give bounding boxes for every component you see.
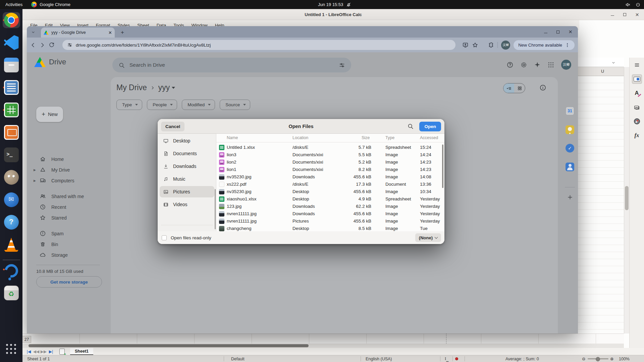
column-name[interactable]: Name [227,135,238,140]
file-filter-dropdown[interactable]: (None) [415,233,441,242]
file-row[interactable]: nvren11111.jpg Pictures 455.6 kB Image Y… [216,218,444,225]
gemini-sparkle-icon[interactable] [534,61,541,68]
install-app-icon[interactable] [462,42,469,48]
functions-deck-button[interactable]: fx [632,131,642,140]
account-avatar[interactable]: 汉卿 [561,60,571,70]
read-only-checkbox[interactable] [162,235,167,240]
filter-chip[interactable]: Modified [182,100,215,110]
add-panel-app-icon[interactable] [565,192,575,202]
new-tab-button[interactable]: + [119,29,126,36]
dock-item-calc[interactable] [3,102,20,118]
dock-item-software-updater[interactable] [3,260,20,279]
file-row[interactable]: lion3 Documents/xixi 5.5 kB Image 14:24 [216,151,444,159]
browser-tab[interactable]: yyy - Google Drive ✕ [41,27,115,38]
filter-chip[interactable]: People [147,100,177,110]
page-style-status[interactable]: Default [231,355,245,362]
calendar-icon[interactable]: 31 [565,106,575,116]
address-bar[interactable]: drive.google.com/drive/folders/1Yi9hAftx… [62,40,455,50]
dock-item-gimp[interactable] [3,169,20,185]
file-row[interactable]: Untitled 1.xlsx /disks/E 5.7 kB Spreadsh… [216,144,444,151]
file-row[interactable]: changcheng Desktop 8.5 kB Image Tue [216,225,444,231]
tab-search-button[interactable] [30,28,37,36]
expand-icon[interactable]: ▶ [34,168,36,172]
sidebar-item-spam[interactable]: Spam [32,228,105,239]
minimize-button[interactable] [542,28,549,36]
file-row[interactable]: xs222.pdf /disks/E 17.3 kB Document 13:3… [216,181,444,188]
add-sheet-button[interactable] [59,349,65,355]
reload-button[interactable] [47,40,56,50]
sidebar-item-bin[interactable]: Bin [32,239,105,249]
close-button[interactable]: ✕ [634,11,641,18]
extensions-icon[interactable] [488,42,494,48]
dock-item-vlc[interactable] [3,237,20,253]
search-options-icon[interactable] [339,62,345,68]
sidebar-item-computers[interactable]: ▶Computers [32,175,105,186]
expand-icon[interactable]: ▶ [34,179,36,182]
spreadsheet-grid-bottom[interactable] [22,334,624,344]
show-applications-button[interactable] [5,343,17,355]
breadcrumb-current-folder[interactable]: yyy [158,83,175,92]
volume-muted-icon[interactable] [625,2,631,7]
place-desktop[interactable]: Desktop [160,135,214,146]
previous-sheet-button[interactable]: ◀◀ [33,349,40,354]
sidebar-item-home[interactable]: Home [32,154,105,164]
column-accessed[interactable]: Accessed [420,135,438,140]
support-icon[interactable] [506,61,514,68]
sidebar-item-recent[interactable]: Recent [32,202,105,212]
sidebar-item-shared-with-me[interactable]: Shared with me [32,191,105,201]
dock-item-chrome[interactable] [3,12,20,28]
file-row[interactable]: nv35230.jpg Downloads 455.6 kB Image 14:… [216,173,444,181]
file-row[interactable]: nvren11111.jpg Downloads 455.6 kB Image … [216,210,444,218]
dock-item-thunderbird[interactable] [3,192,20,208]
clock-menu[interactable]: Jun 19 15:53 [318,0,351,9]
sheet-tab[interactable]: Sheet1 [70,348,93,355]
next-sheet-button[interactable]: ▶▶ [40,349,47,354]
place-pictures[interactable]: Pictures [160,186,214,197]
activities-button[interactable]: Activities [5,2,22,7]
keep-icon[interactable] [565,125,575,135]
dock-item-files[interactable] [3,57,20,73]
insert-mode-icon[interactable]: I▁ [445,355,448,362]
site-settings-icon[interactable] [67,42,72,48]
zoom-out-button[interactable]: ⊖ [582,355,585,362]
vertical-scrollbar[interactable] [624,67,629,334]
contacts-icon[interactable] [565,162,575,172]
place-documents[interactable]: Documents [160,148,214,159]
properties-deck-button[interactable] [632,74,642,84]
grid-view-button[interactable] [514,83,525,93]
styles-deck-button[interactable]: A [632,88,642,98]
last-sheet-button[interactable]: ▶| [47,349,55,354]
column-size[interactable]: Size [362,135,370,140]
file-row[interactable]: lion2 Documents/xixi 5.2 kB Image 14:23 [216,159,444,166]
dock-item-writer[interactable] [3,79,20,96]
list-view-button[interactable] [503,83,514,93]
column-location[interactable]: Location [292,135,308,140]
file-row[interactable]: 123.jpg Downloads 62.2 kB Image Yesterda… [216,203,444,210]
dialog-search-icon[interactable] [407,123,414,129]
place-videos[interactable]: Videos [160,199,214,210]
window-titlebar[interactable]: Untitled 1 - LibreOffice Calc [22,9,644,20]
place-music[interactable]: Music [160,173,214,185]
dock-item-impress[interactable] [3,124,20,140]
dock-item-help[interactable] [3,214,20,230]
sidebar-item-storage[interactable]: Storage [32,250,105,260]
settings-gear-icon[interactable] [520,61,527,68]
forward-button[interactable] [38,40,47,50]
tab-close-icon[interactable]: ✕ [108,30,112,35]
first-sheet-button[interactable]: |◀ [25,349,33,354]
zoom-slider[interactable] [588,355,608,362]
language-status[interactable]: English (USA) [366,355,392,362]
gallery-deck-button[interactable] [632,103,642,112]
sidebar-item-my-drive[interactable]: ▶My Drive [32,165,105,175]
file-row[interactable]: nv35230.jpg Desktop 455.6 kB Image 10:34 [216,188,444,195]
sidebar-item-starred[interactable]: Starred [32,213,105,223]
back-button[interactable] [28,40,38,50]
unsaved-changes-icon[interactable] [455,355,458,362]
bookmark-star-icon[interactable] [472,42,478,48]
formula-bar-expand-icon[interactable] [611,60,616,65]
dock-item-trash[interactable] [3,285,20,301]
focused-app-indicator[interactable]: Google Chrome [31,2,70,7]
row-header-27[interactable]: 27 [22,336,31,343]
details-info-icon[interactable] [539,84,546,91]
restore-button[interactable] [554,28,561,36]
